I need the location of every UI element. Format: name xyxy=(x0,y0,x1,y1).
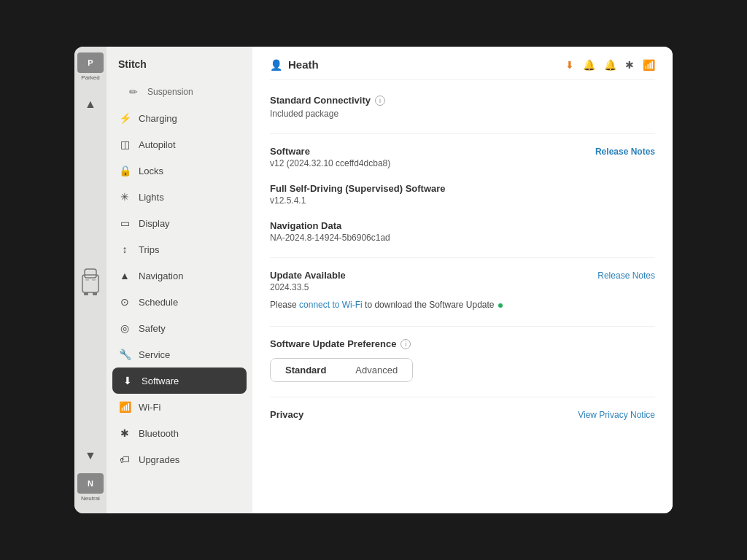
preference-title: Software Update Preference xyxy=(270,338,396,349)
user-info: 👤 Heath xyxy=(270,58,319,71)
bluetooth-status-icon: ✱ xyxy=(625,59,634,71)
preference-section: Software Update Preference i Standard Ad… xyxy=(270,338,655,382)
software-version-title: Software Release Notes xyxy=(270,146,655,157)
privacy-notice-link[interactable]: View Privacy Notice xyxy=(578,410,655,420)
sidebar-item-suspension[interactable]: ✏ Suspension xyxy=(107,79,252,105)
sidebar-item-charging[interactable]: ⚡ Charging xyxy=(107,105,252,131)
divider-1 xyxy=(270,133,655,134)
preference-info-icon[interactable]: i xyxy=(400,339,411,349)
svg-rect-3 xyxy=(93,292,97,295)
alert-icon: 🔔 xyxy=(604,59,616,71)
sidebar-item-autopilot[interactable]: ◫ Autopilot xyxy=(107,131,252,158)
update-section: Update Available Release Notes 2024.33.5… xyxy=(270,270,655,311)
sidebar-item-bluetooth[interactable]: ✱ Bluetooth xyxy=(107,420,252,446)
bluetooth-icon: ✱ xyxy=(118,427,131,439)
update-available-row: Update Available Release Notes xyxy=(270,270,655,281)
connectivity-info-icon[interactable]: i xyxy=(375,96,385,106)
preference-title-row: Software Update Preference i xyxy=(270,338,655,349)
service-icon: 🔧 xyxy=(118,349,131,360)
sidebar-item-display[interactable]: ▭ Display xyxy=(107,210,252,236)
privacy-row: Privacy View Privacy Notice xyxy=(270,397,655,420)
update-release-notes-link[interactable]: Release Notes xyxy=(597,271,655,281)
status-dot xyxy=(498,303,503,308)
sidebar-item-lights[interactable]: ✳ Lights xyxy=(107,184,252,210)
connectivity-title: Standard Connectivity xyxy=(270,95,371,106)
sidebar-item-wifi[interactable]: 📶 Wi-Fi xyxy=(107,394,252,420)
charging-icon: ⚡ xyxy=(118,112,131,124)
software-icon: ⬇ xyxy=(121,375,134,386)
svg-rect-1 xyxy=(85,269,96,278)
download-status-icon: ⬇ xyxy=(565,59,574,71)
main-content: 👤 Heath ⬇ 🔔 🔔 ✱ 📶 Standard Connectivity … xyxy=(252,47,673,513)
software-release-notes-link[interactable]: Release Notes xyxy=(595,147,655,157)
nav-data-title: Navigation Data xyxy=(270,220,655,231)
sidebar-item-trips[interactable]: ↕ Trips xyxy=(107,236,252,262)
schedule-icon: ⊙ xyxy=(118,296,131,308)
neutral-indicator: N xyxy=(77,473,104,494)
wifi-icon: 📶 xyxy=(118,401,131,413)
user-avatar-icon: 👤 xyxy=(270,59,282,71)
trips-icon: ↕ xyxy=(118,244,131,255)
fsd-version: v12.5.4.1 xyxy=(270,195,655,206)
sidebar-item-locks[interactable]: 🔒 Locks xyxy=(107,158,252,184)
autopilot-icon: ◫ xyxy=(118,139,131,150)
lights-icon: ✳ xyxy=(118,191,131,203)
divider-3 xyxy=(270,326,655,327)
divider-2 xyxy=(270,257,655,258)
gear-indicator: P xyxy=(77,52,104,73)
fsd-title: Full Self-Driving (Supervised) Software xyxy=(270,183,655,194)
svg-rect-5 xyxy=(92,278,96,281)
sidebar-item-software[interactable]: ⬇ Software xyxy=(112,368,247,394)
suspension-icon: ✏ xyxy=(127,86,140,98)
display-icon: ▭ xyxy=(118,217,131,229)
update-version: 2024.33.5 xyxy=(270,282,655,292)
sidebar-item-safety[interactable]: ◎ Safety xyxy=(107,315,252,341)
sidebar-item-navigation[interactable]: ▲ Navigation xyxy=(107,262,252,289)
upgrades-icon: 🏷 xyxy=(118,454,131,465)
navigation-icon: ▲ xyxy=(118,270,131,281)
preference-standard-option[interactable]: Standard xyxy=(271,359,341,381)
preference-advanced-option[interactable]: Advanced xyxy=(341,359,412,381)
software-version-value: v12 (2024.32.10 cceffd4dcba8) xyxy=(270,158,655,168)
sidebar-item-upgrades[interactable]: 🏷 Upgrades xyxy=(107,446,252,472)
update-message-prefix: Please xyxy=(270,300,299,310)
sidebar-item-service[interactable]: 🔧 Service xyxy=(107,341,252,368)
preference-toggle-group: Standard Advanced xyxy=(270,358,413,382)
sidebar-header: Stitch xyxy=(107,52,252,79)
up-arrow-button[interactable]: ▲ xyxy=(79,93,102,116)
user-name: Heath xyxy=(288,58,319,71)
connect-wifi-link[interactable]: connect to Wi-Fi xyxy=(299,300,363,310)
car-icon-container xyxy=(80,119,101,441)
nav-data-section: Navigation Data NA-2024.8-14924-5b6906c1… xyxy=(270,220,655,243)
signal-icon: 📶 xyxy=(643,59,655,71)
update-message: Please connect to Wi-Fi to download the … xyxy=(270,298,655,311)
car-icon xyxy=(80,262,101,298)
update-message-suffix: to download the Software Update xyxy=(363,300,495,310)
header-icons: ⬇ 🔔 🔔 ✱ 📶 xyxy=(565,59,655,71)
locks-icon: 🔒 xyxy=(118,165,131,176)
privacy-label: Privacy xyxy=(270,409,303,420)
sidebar: Stitch ✏ Suspension ⚡ Charging ◫ Autopil… xyxy=(107,47,252,513)
down-arrow-button[interactable]: ▼ xyxy=(79,444,102,467)
connectivity-section: Standard Connectivity i Included package xyxy=(270,95,655,119)
gear-label: Parked xyxy=(81,74,99,81)
fsd-section: Full Self-Driving (Supervised) Software … xyxy=(270,183,655,206)
update-available-title: Update Available xyxy=(270,270,346,281)
indicator-bar: P Parked ▲ ▼ N Neutral xyxy=(74,47,107,513)
sidebar-item-schedule[interactable]: ⊙ Schedule xyxy=(107,289,252,315)
safety-icon: ◎ xyxy=(118,322,131,334)
svg-rect-2 xyxy=(84,292,88,295)
content-header: 👤 Heath ⬇ 🔔 🔔 ✱ 📶 xyxy=(270,58,655,80)
connectivity-sublabel: Included package xyxy=(270,109,655,119)
svg-rect-4 xyxy=(85,278,89,281)
bell-icon: 🔔 xyxy=(583,59,595,71)
nav-data-value: NA-2024.8-14924-5b6906c1ad xyxy=(270,233,655,243)
software-version-section: Software Release Notes v12 (2024.32.10 c… xyxy=(270,146,655,168)
neutral-label: Neutral xyxy=(81,495,100,502)
